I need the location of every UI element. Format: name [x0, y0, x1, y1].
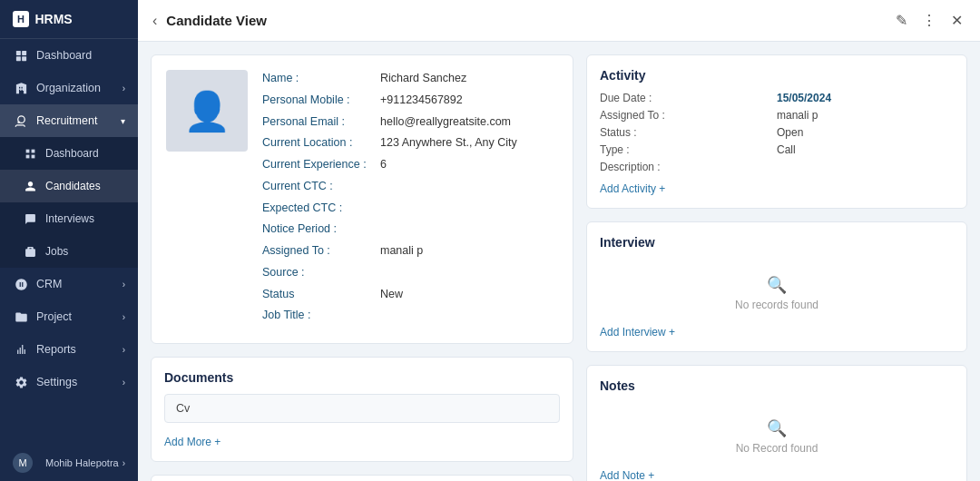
add-activity-button[interactable]: Add Activity +	[600, 182, 954, 195]
interviews-sub-icon	[22, 211, 38, 227]
profile-card: 👤 Name : Richard Sanchez Personal Mobile…	[151, 54, 573, 344]
status-label: Status	[262, 286, 380, 303]
interview-title: Interview	[600, 235, 954, 250]
ctc-label: Current CTC :	[262, 178, 380, 195]
profile-row-email: Personal Email : hello@reallygreatsite.c…	[262, 113, 558, 131]
dashboard-sub-icon	[22, 145, 38, 162]
chevron-right-icon: ›	[122, 345, 125, 355]
no-records-text: No records found	[735, 299, 818, 311]
assigned-to-value-activity: manali p	[777, 109, 954, 122]
status-value: New	[380, 286, 403, 303]
act-status-value: Open	[777, 126, 954, 139]
source-label: Source :	[262, 264, 380, 281]
profile-info: Name : Richard Sanchez Personal Mobile :…	[262, 70, 558, 329]
sidebar-item-organization[interactable]: Organization ›	[0, 72, 138, 104]
profile-row-mobile: Personal Mobile : +911234567892	[262, 92, 558, 109]
sidebar-recruitment-submenu: Dashboard Candidates Interviews Jobs	[0, 137, 138, 268]
profile-row-source: Source :	[262, 264, 558, 281]
job-label: Job Title :	[262, 307, 380, 324]
sidebar-item-label: Reports	[36, 343, 76, 356]
interview-section: Interview 🔍 No records found Add Intervi…	[586, 221, 967, 352]
chart-icon	[13, 341, 29, 358]
sidebar-item-label: Recruitment	[36, 114, 97, 127]
add-more-button[interactable]: Add More +	[164, 436, 220, 448]
chevron-right-icon: ›	[122, 83, 125, 93]
sidebar-item-sub-dashboard[interactable]: Dashboard	[0, 137, 138, 170]
sidebar: H HRMS Dashboard Organization › Recruitm…	[0, 0, 138, 481]
profile-row-assigned: Assigned To : manali p	[262, 242, 558, 260]
sidebar-item-label: CRM	[36, 278, 62, 290]
location-label: Current Location :	[262, 134, 380, 152]
add-note-button[interactable]: Add Note +	[600, 469, 954, 481]
assigned-value: manali p	[380, 242, 423, 260]
content-area: 👤 Name : Richard Sanchez Personal Mobile…	[138, 42, 980, 481]
chevron-down-icon: ▾	[121, 116, 125, 126]
crm-icon	[13, 276, 29, 292]
profile-row-ctc: Current CTC :	[262, 178, 558, 195]
assigned-to-label-activity: Assigned To :	[600, 109, 777, 122]
profile-row-status: Status New	[262, 286, 558, 303]
documents-title: Documents	[164, 370, 560, 385]
right-panel: Activity Due Date : 15/05/2024 Assigned …	[586, 54, 967, 468]
mobile-value: +911234567892	[380, 92, 463, 109]
chevron-right-icon: ›	[122, 458, 125, 468]
sidebar-item-reports[interactable]: Reports ›	[0, 333, 138, 366]
notes-section: Notes 🔍 No Record found Add Note +	[586, 365, 967, 481]
sidebar-item-recruitment[interactable]: Recruitment ▾	[0, 104, 138, 137]
back-button[interactable]: ‹	[152, 13, 157, 29]
sidebar-item-sub-candidates[interactable]: Candidates	[0, 170, 138, 202]
no-records-notes: 🔍 No Record found	[600, 402, 954, 462]
close-button[interactable]: ✕	[948, 9, 965, 32]
no-records-icon-notes: 🔍	[767, 418, 787, 438]
grid-icon	[13, 47, 29, 64]
avatar: 👤	[166, 70, 248, 152]
activity-title: Activity	[600, 68, 954, 83]
top-bar-actions: ✎ ⋮ ✕	[893, 9, 965, 32]
logo-text: HRMS	[34, 12, 72, 26]
gear-icon	[13, 374, 29, 390]
email-label: Personal Email :	[262, 113, 380, 131]
assigned-label: Assigned To :	[262, 242, 380, 260]
sidebar-item-crm[interactable]: CRM ›	[0, 268, 138, 300]
location-value: 123 Anywhere St., Any City	[380, 134, 517, 152]
notes-title: Notes	[600, 378, 954, 393]
user-check-icon	[13, 113, 29, 129]
sidebar-item-dashboard[interactable]: Dashboard	[0, 39, 138, 72]
sidebar-item-sub-interviews[interactable]: Interviews	[0, 202, 138, 235]
edit-button[interactable]: ✎	[893, 9, 910, 32]
folder-icon	[13, 309, 29, 325]
act-type-label: Type :	[600, 143, 777, 156]
document-item[interactable]: Cv	[164, 394, 560, 423]
sidebar-item-settings[interactable]: Settings ›	[0, 366, 138, 398]
sidebar-item-project[interactable]: Project ›	[0, 300, 138, 333]
more-button[interactable]: ⋮	[919, 9, 939, 32]
act-status-label: Status :	[600, 126, 777, 139]
svg-rect-0	[15, 50, 20, 54]
description-row: Description :	[600, 161, 954, 173]
chevron-right-icon: ›	[122, 312, 125, 322]
due-date-label: Due Date :	[600, 92, 777, 104]
activity-section: Activity Due Date : 15/05/2024 Assigned …	[586, 54, 967, 209]
avatar-icon: 👤	[183, 89, 230, 133]
svg-rect-5	[31, 149, 34, 152]
profile-row-expected-ctc: Expected CTC :	[262, 200, 558, 217]
profile-row-name: Name : Richard Sanchez	[262, 70, 558, 87]
experience-label: Current Experience :	[262, 156, 380, 173]
sidebar-item-label: Organization	[36, 82, 101, 94]
add-interview-button[interactable]: Add Interview +	[600, 326, 954, 339]
chevron-right-icon: ›	[122, 280, 125, 290]
svg-rect-4	[25, 149, 29, 152]
svg-rect-3	[22, 56, 26, 61]
top-bar: ‹ Candidate View ✎ ⋮ ✕	[138, 0, 980, 42]
user-avatar-icon: M	[13, 453, 33, 473]
experience-value: 6	[380, 156, 387, 173]
sidebar-item-sub-jobs[interactable]: Jobs	[0, 235, 138, 268]
page-title: Candidate View	[166, 13, 893, 28]
due-date-value: 15/05/2024	[777, 92, 954, 104]
svg-rect-2	[15, 56, 20, 61]
logo-abbr: H	[13, 11, 29, 27]
profile-row-job: Job Title :	[262, 307, 558, 324]
svg-rect-7	[31, 154, 34, 158]
sidebar-sub-label: Interviews	[45, 212, 94, 225]
sidebar-item-user[interactable]: M Mohib Halepotra ›	[0, 445, 138, 481]
